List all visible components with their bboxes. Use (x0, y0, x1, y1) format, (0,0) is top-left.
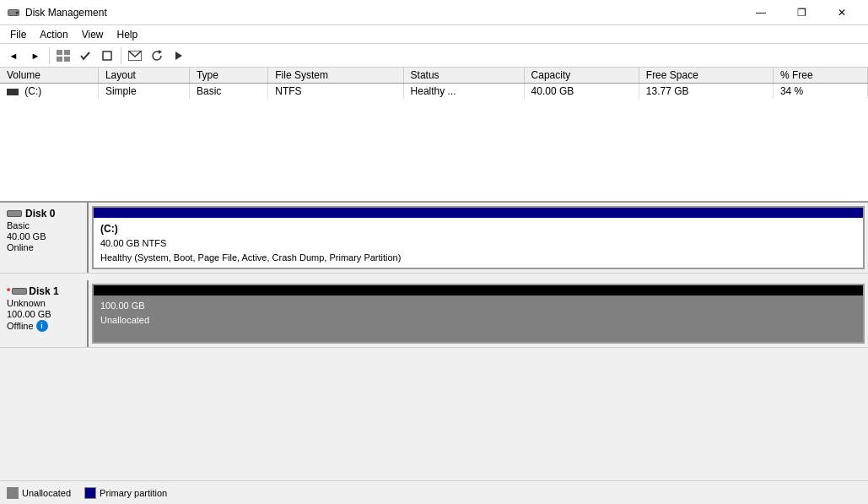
unalloc-size: 100.00 GB (100, 299, 856, 313)
refresh-icon (151, 50, 163, 62)
status-bar: Unallocated Primary partition (0, 480, 868, 504)
disk-1-name: Disk 1 (29, 285, 58, 297)
unalloc-info: 100.00 GB Unallocated (94, 295, 863, 330)
disk-1-size: 100.00 GB (7, 309, 80, 319)
col-filesystem: File System (268, 68, 403, 84)
disk-1-icon (12, 286, 27, 296)
cell-capacity: 40.00 GB (524, 84, 639, 100)
back-button[interactable]: ◄ (3, 46, 24, 65)
unalloc-label: Unallocated (100, 313, 856, 328)
legend-primary-box (84, 487, 96, 499)
disk-1-status: Offline i (7, 320, 80, 332)
title-bar: Disk Management — ❐ ✕ (0, 0, 868, 25)
col-type: Type (189, 68, 267, 84)
disk-0-type: Basic (7, 220, 80, 230)
disk-0-status: Online (7, 242, 80, 252)
cell-layout: Simple (98, 84, 189, 100)
partition-info-c: (C:) 40.00 GB NTFS Healthy (System, Boot… (94, 218, 863, 268)
svg-rect-12 (8, 211, 21, 216)
col-pctfree: % Free (773, 68, 867, 84)
app-icon (7, 6, 20, 19)
play-button[interactable] (169, 46, 189, 65)
menu-view[interactable]: View (75, 25, 111, 43)
cell-type: Basic (189, 84, 267, 100)
disk-0-label: Disk 0 Basic 40.00 GB Online (0, 203, 89, 273)
play-icon (173, 50, 185, 62)
cell-fs: NTFS (268, 84, 403, 100)
partition-name-c: (C:) (100, 221, 856, 236)
table-row[interactable]: (C:) Simple Basic NTFS Healthy ... 40.00… (0, 84, 868, 100)
legend-primary-label: Primary partition (100, 488, 167, 498)
partition-detail-c: 40.00 GB NTFS (100, 236, 856, 251)
volume-table: Volume Layout Type File System Status Ca… (0, 68, 868, 99)
restore-button[interactable]: ❐ (782, 0, 821, 25)
toolbar: ◄ ► (0, 44, 868, 68)
disk-view-button[interactable] (53, 46, 73, 65)
info-icon: i (36, 320, 48, 332)
mail-button[interactable] (125, 46, 145, 65)
disk-1-warn: * (7, 286, 10, 296)
cell-freespace: 13.77 GB (639, 84, 773, 100)
disk-0-icon (7, 209, 22, 219)
disk-0-content: (C:) 40.00 GB NTFS Healthy (System, Boot… (89, 203, 868, 273)
disk-panel: Disk 0 Basic 40.00 GB Online (C:) 40.00 … (0, 203, 868, 480)
legend-unalloc-label: Unallocated (22, 488, 71, 498)
svg-point-2 (16, 11, 19, 14)
mail-icon (128, 51, 142, 61)
disk-0-name: Disk 0 (25, 208, 55, 219)
cell-status: Healthy ... (403, 84, 524, 100)
close-button[interactable]: ✕ (822, 0, 861, 25)
menu-file[interactable]: File (3, 25, 33, 43)
col-freespace: Free Space (639, 68, 773, 84)
unalloc-block[interactable]: 100.00 GB Unallocated (92, 284, 865, 344)
menu-action[interactable]: Action (33, 25, 74, 43)
legend-unalloc-box (7, 487, 19, 499)
check-button[interactable] (75, 46, 95, 65)
svg-rect-3 (57, 50, 62, 55)
disk-0-size: 40.00 GB (7, 231, 80, 241)
disk-1-content: 100.00 GB Unallocated (89, 280, 868, 347)
refresh-button[interactable] (147, 46, 167, 65)
legend-unalloc: Unallocated (7, 487, 71, 499)
disk-1-type: Unknown (7, 298, 80, 308)
disk-list-icon (57, 50, 70, 62)
volume-icon (7, 89, 19, 95)
svg-marker-10 (175, 51, 182, 60)
window-title: Disk Management (25, 7, 107, 19)
col-volume: Volume (0, 68, 98, 84)
square-button[interactable] (97, 46, 117, 65)
minimize-button[interactable]: — (741, 0, 780, 25)
legend-primary: Primary partition (84, 487, 167, 499)
unalloc-header (94, 285, 863, 295)
svg-rect-7 (103, 51, 111, 60)
volume-panel: Volume Layout Type File System Status Ca… (0, 68, 868, 203)
partition-c[interactable]: (C:) 40.00 GB NTFS Healthy (System, Boot… (92, 206, 865, 269)
col-layout: Layout (98, 68, 189, 84)
disk-row-1: * Disk 1 Unknown 100.00 GB Offline i (0, 280, 868, 348)
svg-rect-6 (64, 57, 70, 62)
svg-rect-4 (64, 50, 70, 55)
disk-1-label: * Disk 1 Unknown 100.00 GB Offline i (0, 280, 89, 347)
toolbar-sep-1 (49, 47, 50, 64)
window-controls: — ❐ ✕ (741, 0, 861, 25)
check-icon (79, 50, 91, 62)
forward-button[interactable]: ► (25, 46, 46, 65)
menu-bar: File Action View Help (0, 25, 868, 44)
partition-header-c (94, 208, 863, 218)
svg-rect-5 (57, 57, 62, 62)
col-status: Status (403, 68, 524, 84)
square-icon (101, 50, 113, 62)
menu-help[interactable]: Help (111, 25, 145, 43)
svg-rect-14 (13, 289, 26, 294)
disk-row-0: Disk 0 Basic 40.00 GB Online (C:) 40.00 … (0, 203, 868, 274)
main-container: Volume Layout Type File System Status Ca… (0, 68, 868, 480)
col-capacity: Capacity (524, 68, 639, 84)
svg-marker-9 (159, 50, 162, 54)
cell-pctfree: 34 % (773, 84, 867, 100)
cell-volume: (C:) (0, 84, 98, 100)
partition-status-c: Healthy (System, Boot, Page File, Active… (100, 251, 856, 265)
toolbar-sep-2 (121, 47, 121, 64)
